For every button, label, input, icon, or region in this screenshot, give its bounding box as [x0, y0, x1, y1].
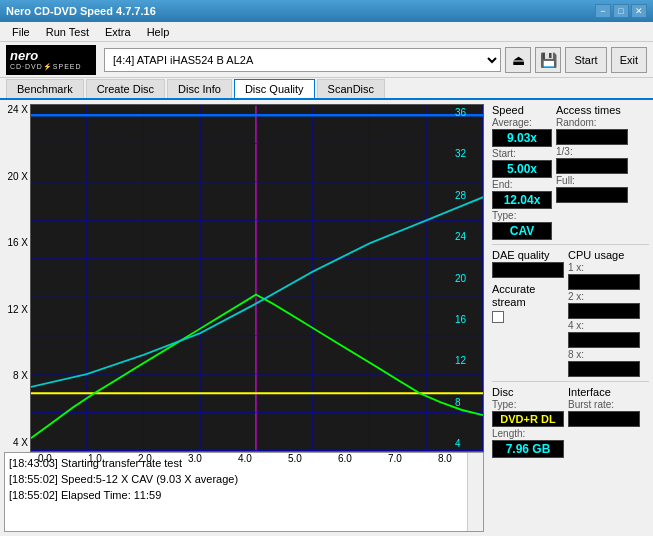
- y-label-12: 12 X: [2, 304, 28, 315]
- x-label-6: 6.0: [338, 453, 352, 464]
- tab-scan-disc[interactable]: ScanDisc: [317, 79, 385, 98]
- y-axis-left: 24 X 20 X 16 X 12 X 8 X 4 X: [0, 100, 30, 452]
- cpu-4x-value: [568, 332, 640, 348]
- x-label-8: 8.0: [438, 453, 452, 464]
- x-label-1: 1.0: [88, 453, 102, 464]
- accurate-stream-row: [492, 311, 564, 323]
- cpu-8x-label: 8 x:: [568, 349, 640, 360]
- interface-section: Interface Burst rate:: [568, 386, 640, 458]
- menu-help[interactable]: Help: [139, 24, 178, 40]
- toolbar: nero CD·DVD⚡SPEED [4:4] ATAPI iHAS524 B …: [0, 42, 653, 78]
- access-full-value: [556, 187, 628, 203]
- cpu-2x-value: [568, 303, 640, 319]
- drive-selector[interactable]: [4:4] ATAPI iHAS524 B AL2A: [104, 48, 501, 72]
- dae-value: [492, 262, 564, 278]
- access-full-label: Full:: [556, 175, 628, 186]
- maximize-button[interactable]: □: [613, 4, 629, 18]
- cpu-1x-label: 1 x:: [568, 262, 640, 273]
- tab-disc-quality[interactable]: Disc Quality: [234, 79, 315, 98]
- cpu-usage-section: CPU usage 1 x: 2 x: 4 x: 8 x:: [568, 249, 640, 377]
- accurate-stream-checkbox[interactable]: [492, 311, 504, 323]
- speed-end-value: 12.04x: [492, 191, 552, 209]
- y-label-24: 24 X: [2, 104, 28, 115]
- access-times-section: Access times Random: 1/3: Full:: [556, 104, 628, 240]
- menu-file[interactable]: File: [4, 24, 38, 40]
- tab-create-disc[interactable]: Create Disc: [86, 79, 165, 98]
- y-label-20: 20 X: [2, 171, 28, 182]
- speed-type-value: CAV: [492, 222, 552, 240]
- chart-area: 36 32 28 24 20 16 12 8 4: [30, 104, 484, 452]
- speed-end-label: End:: [492, 179, 552, 190]
- exit-button[interactable]: Exit: [611, 47, 647, 73]
- x-label-5: 5.0: [288, 453, 302, 464]
- y-right-8: 8: [455, 397, 481, 408]
- nero-logo: nero CD·DVD⚡SPEED: [6, 45, 96, 75]
- y-right-20: 20: [455, 273, 481, 284]
- minimize-button[interactable]: −: [595, 4, 611, 18]
- divider-1: [492, 244, 649, 245]
- access-onethird-label: 1/3:: [556, 146, 628, 157]
- main-content: 24 X 20 X 16 X 12 X 8 X 4 X: [0, 100, 653, 536]
- y-axis-right: 36 32 28 24 20 16 12 8 4: [453, 105, 483, 451]
- tab-benchmark[interactable]: Benchmark: [6, 79, 84, 98]
- speed-average-label: Average:: [492, 117, 552, 128]
- burst-rate-label: Burst rate:: [568, 399, 640, 410]
- x-label-7: 7.0: [388, 453, 402, 464]
- menu-extra[interactable]: Extra: [97, 24, 139, 40]
- y-right-24: 24: [455, 231, 481, 242]
- disc-label: Disc: [492, 386, 564, 398]
- interface-label: Interface: [568, 386, 640, 398]
- y-right-32: 32: [455, 148, 481, 159]
- log-entry-1: [18:55:02] Speed:5-12 X CAV (9.03 X aver…: [9, 471, 463, 487]
- cpu-1x-value: [568, 274, 640, 290]
- speed-average-value: 9.03x: [492, 129, 552, 147]
- disc-type-value: DVD+R DL: [492, 411, 564, 427]
- burst-rate-value: [568, 411, 640, 427]
- accurate-label: Accurate: [492, 283, 564, 295]
- log-content: [18:43:03] Starting transfer rate test […: [5, 453, 467, 531]
- log-scrollbar[interactable]: [467, 453, 483, 531]
- log-entry-2: [18:55:02] Elapsed Time: 11:59: [9, 487, 463, 503]
- tab-bar: Benchmark Create Disc Disc Info Disc Qua…: [0, 78, 653, 100]
- speed-label: Speed: [492, 104, 552, 116]
- cpu-2x-label: 2 x:: [568, 291, 640, 302]
- nero-logo-text: nero: [10, 48, 38, 63]
- x-label-0: 0.0: [38, 453, 52, 464]
- x-label-2: 2.0: [138, 453, 152, 464]
- nero-logo-subtitle: CD·DVD⚡SPEED: [10, 63, 82, 71]
- speed-start-label: Start:: [492, 148, 552, 159]
- y-label-16: 16 X: [2, 237, 28, 248]
- dae-section: DAE quality Accurate stream: [492, 249, 564, 377]
- y-right-28: 28: [455, 190, 481, 201]
- window-controls: − □ ✕: [595, 4, 647, 18]
- menu-bar: File Run Test Extra Help: [0, 22, 653, 42]
- disc-length-label: Length:: [492, 428, 564, 439]
- x-label-3: 3.0: [188, 453, 202, 464]
- y-right-36: 36: [455, 107, 481, 118]
- speed-section: Speed Average: 9.03x Start: 5.00x End: 1…: [492, 104, 552, 240]
- divider-2: [492, 381, 649, 382]
- eject-icon-button[interactable]: ⏏: [505, 47, 531, 73]
- y-label-4: 4 X: [2, 437, 28, 448]
- log-area: [18:43:03] Starting transfer rate test […: [4, 452, 484, 532]
- x-label-4: 4.0: [238, 453, 252, 464]
- dae-label: DAE quality: [492, 249, 564, 261]
- chart-svg: [31, 105, 483, 451]
- access-onethird-value: [556, 158, 628, 174]
- chart-wrapper: 24 X 20 X 16 X 12 X 8 X 4 X: [0, 100, 488, 452]
- disc-section: Disc Type: DVD+R DL Length: 7.96 GB: [492, 386, 564, 458]
- y-right-4: 4: [455, 438, 481, 449]
- access-times-label: Access times: [556, 104, 628, 116]
- cpu-4x-label: 4 x:: [568, 320, 640, 331]
- y-label-8: 8 X: [2, 370, 28, 381]
- start-button[interactable]: Start: [565, 47, 606, 73]
- close-button[interactable]: ✕: [631, 4, 647, 18]
- title-bar: Nero CD-DVD Speed 4.7.7.16 − □ ✕: [0, 0, 653, 22]
- speed-start-value: 5.00x: [492, 160, 552, 178]
- tab-disc-info[interactable]: Disc Info: [167, 79, 232, 98]
- x-axis: 0.0 1.0 2.0 3.0 4.0 5.0 6.0 7.0 8.0: [34, 452, 480, 464]
- access-random-label: Random:: [556, 117, 628, 128]
- menu-run-test[interactable]: Run Test: [38, 24, 97, 40]
- app-title: Nero CD-DVD Speed 4.7.7.16: [6, 5, 156, 17]
- save-icon-button[interactable]: 💾: [535, 47, 561, 73]
